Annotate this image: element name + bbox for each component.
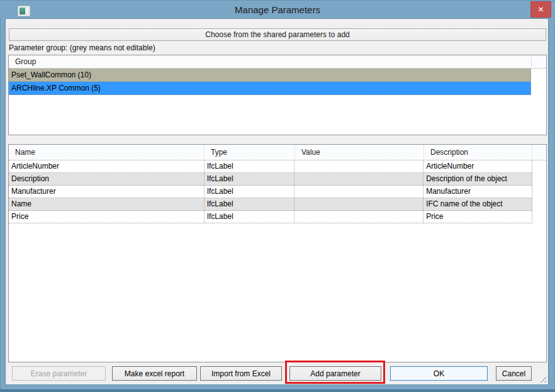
cell-value: [294, 211, 423, 223]
table-row[interactable]: ArticleNumber IfcLabel ArticleNumber: [9, 160, 532, 173]
cell-name: Description: [9, 173, 205, 185]
cell-name: Price: [9, 211, 205, 223]
cell-description: Description of the object: [423, 173, 532, 185]
dialog-content: Choose from the shared parameters to add…: [5, 18, 549, 385]
cell-type: IfcLabel: [205, 186, 295, 198]
group-column-header: Group: [9, 55, 546, 68]
group-header-separator: [531, 57, 532, 67]
cell-description: Manufacturer: [423, 186, 532, 198]
parameter-group-label: Parameter group: (grey means not editabl…: [9, 43, 155, 52]
table-row[interactable]: Manufacturer IfcLabel Manufacturer: [9, 186, 532, 198]
close-icon: ✕: [537, 5, 544, 14]
window-title: Manage Parameters: [0, 1, 555, 19]
group-list[interactable]: Group Pset_WallCommon (10) ARCHline.XP C…: [8, 55, 547, 135]
manage-parameters-dialog: Manage Parameters ✕ Choose from the shar…: [0, 0, 555, 392]
parameter-table[interactable]: Name Type Value Description ArticleNumbe…: [8, 144, 547, 362]
cell-description: Price: [423, 211, 532, 223]
column-header-filler: [532, 145, 546, 160]
column-header-description[interactable]: Description: [424, 145, 532, 160]
cell-value: [294, 186, 423, 198]
import-from-excel-button[interactable]: Import from Excel: [200, 366, 282, 381]
ok-button[interactable]: OK: [390, 366, 488, 381]
erase-parameter-button: Erase parameter: [12, 366, 106, 381]
column-header-type[interactable]: Type: [205, 145, 295, 160]
cell-type: IfcLabel: [205, 211, 295, 223]
choose-shared-parameters-button[interactable]: Choose from the shared parameters to add: [9, 28, 546, 41]
cell-type: IfcLabel: [205, 160, 295, 172]
cell-name: Name: [9, 198, 205, 210]
group-list-header[interactable]: Group: [9, 55, 546, 69]
cancel-button[interactable]: Cancel: [496, 366, 532, 381]
annotation-highlight-rectangle: [285, 361, 385, 384]
table-row[interactable]: Price IfcLabel Price: [9, 211, 532, 223]
close-button[interactable]: ✕: [530, 1, 551, 18]
table-row[interactable]: Description IfcLabel Description of the …: [9, 173, 532, 186]
window-bottom-edge: [0, 389, 555, 392]
group-row-archline-xp-common[interactable]: ARCHline.XP Common (5): [9, 82, 531, 95]
column-header-name[interactable]: Name: [9, 145, 205, 160]
make-excel-report-button[interactable]: Make excel report: [112, 366, 197, 381]
cell-name: ArticleNumber: [9, 160, 205, 172]
cell-name: Manufacturer: [9, 186, 205, 198]
parameter-table-header[interactable]: Name Type Value Description: [9, 145, 546, 160]
title-bar[interactable]: Manage Parameters ✕: [0, 0, 555, 18]
cell-value: [294, 198, 423, 210]
cell-description: ArticleNumber: [423, 160, 532, 172]
resize-grip-icon[interactable]: [538, 374, 546, 383]
group-row-pset-wallcommon[interactable]: Pset_WallCommon (10): [9, 69, 531, 82]
column-header-value[interactable]: Value: [295, 145, 424, 160]
cell-description: IFC name of the object: [423, 198, 532, 210]
cell-type: IfcLabel: [205, 198, 295, 210]
cell-type: IfcLabel: [205, 173, 295, 185]
cell-value: [294, 173, 423, 185]
table-row[interactable]: Name IfcLabel IFC name of the object: [9, 198, 532, 211]
cell-value: [294, 160, 423, 172]
